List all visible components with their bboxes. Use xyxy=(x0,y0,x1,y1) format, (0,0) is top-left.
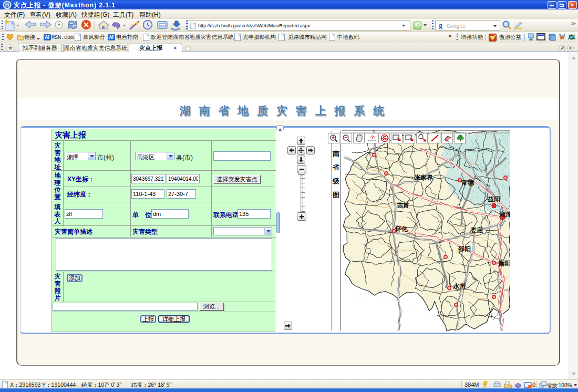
svg-text:邵阳: 邵阳 xyxy=(458,245,471,253)
svg-text:永州: 永州 xyxy=(452,282,466,290)
svg-text:衡阳: 衡阳 xyxy=(498,260,510,267)
svg-text:吉首: 吉首 xyxy=(397,202,409,209)
svg-text:常德: 常德 xyxy=(461,179,474,187)
svg-text:张家界: 张家界 xyxy=(414,174,433,181)
svg-text:湘潭: 湘潭 xyxy=(499,211,510,218)
svg-text:益阳: 益阳 xyxy=(488,195,500,203)
svg-text:·?·: ·?· xyxy=(369,135,376,140)
svg-text:怀化: 怀化 xyxy=(395,225,408,233)
svg-text:娄底: 娄底 xyxy=(470,226,483,234)
